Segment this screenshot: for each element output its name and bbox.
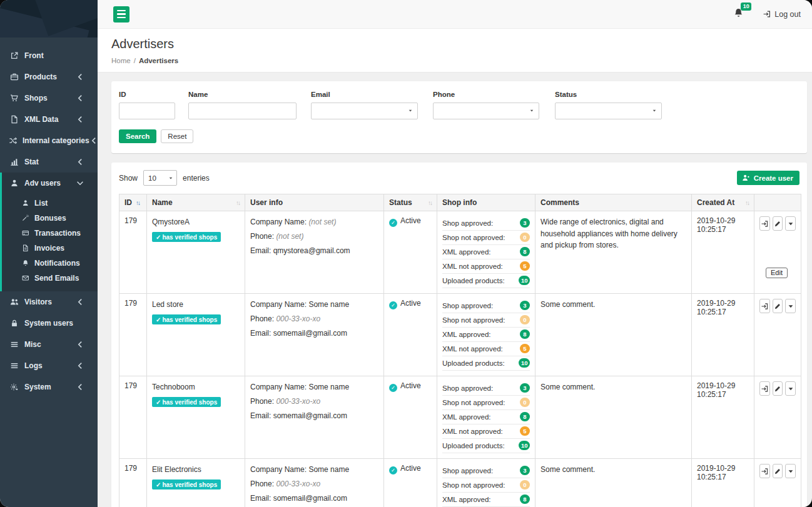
page-header: Advertisers Home / Advertisers — [98, 29, 812, 73]
cell-created-at: 2019-10-29 10:25:17 — [692, 294, 754, 376]
logout-button[interactable]: Log out — [763, 10, 801, 19]
impersonate-button[interactable] — [759, 381, 770, 396]
cell-comments: Some comment. — [535, 459, 692, 507]
cell-user-info: Company Name: Some namePhone: 000-33-xo-… — [245, 294, 384, 376]
filter-phone-select[interactable] — [433, 103, 539, 119]
caret-down-icon — [168, 176, 173, 181]
shop-info-line: Shop approved:3 — [442, 216, 530, 231]
sidebar-subitem-bonuses[interactable]: Bonuses — [2, 211, 98, 226]
count-badge: 3 — [520, 383, 530, 393]
sidebar-item-xml-data[interactable]: XML Data — [0, 109, 98, 130]
col-header-status[interactable]: Status↑↓ — [384, 194, 437, 211]
shop-info-line: Shop approved:3 — [442, 381, 530, 396]
bar-chart-icon — [9, 157, 19, 167]
count-badge: 10 — [519, 358, 530, 368]
filter-name-input[interactable] — [188, 103, 297, 119]
sidebar-item-system[interactable]: System — [0, 376, 98, 398]
sidebar-item-products[interactable]: Products — [0, 66, 98, 88]
sidebar-subitem-send-emails[interactable]: Send Emails — [2, 271, 98, 286]
shop-info-line: XML not approved:5 — [442, 259, 530, 274]
filter-fields: IDNameEmailPhoneStatus — [119, 91, 799, 119]
sidebar-subitem-transactions[interactable]: Transactions — [2, 226, 98, 241]
impersonate-button[interactable] — [759, 299, 770, 313]
col-header-id[interactable]: ID↑↓ — [119, 194, 147, 211]
sidebar-item-system-users[interactable]: System users — [0, 313, 98, 334]
edit-button[interactable] — [773, 299, 783, 313]
filter-label-phone: Phone — [433, 91, 539, 98]
sidebar-item-internal-categories[interactable]: Internal categories — [0, 130, 98, 151]
verified-badge: ✓has verified shops — [152, 232, 221, 242]
count-badge: 5 — [520, 344, 530, 353]
sidebar-item-front[interactable]: Front — [0, 45, 98, 66]
filter-email-select[interactable] — [311, 103, 418, 119]
sidebar-toggle-button[interactable] — [113, 6, 129, 23]
shop-info-line: XML approved:8 — [442, 245, 530, 259]
filter-id-input[interactable] — [119, 103, 175, 119]
col-header-created-at[interactable]: Created At↑↓ — [692, 194, 754, 211]
shop-info-line: Shop not approved:0 — [442, 231, 530, 245]
cell-status: ✓Active — [384, 294, 437, 376]
more-actions-button[interactable] — [785, 381, 796, 396]
cell-shop-info: Shop approved:3Shop not approved:0XML ap… — [437, 376, 535, 459]
logout-icon — [763, 10, 771, 18]
sidebar-item-logs[interactable]: Logs — [0, 355, 98, 376]
check-icon: ✓ — [156, 481, 161, 488]
sidebar-item-label: Misc — [24, 340, 74, 349]
bell-icon — [21, 259, 30, 268]
edit-button[interactable] — [773, 216, 783, 231]
entries-label: enteries — [183, 174, 210, 183]
more-actions-button[interactable] — [785, 464, 796, 478]
shop-info-line: XML approved:8 — [442, 410, 530, 424]
search-button[interactable]: Search — [119, 129, 156, 143]
advertiser-name: Technoboom — [152, 383, 240, 391]
create-user-button[interactable]: Create user — [737, 171, 799, 185]
logo — [0, 0, 98, 38]
col-header-name[interactable]: Name↑↓ — [147, 194, 245, 211]
more-actions-button[interactable] — [785, 216, 796, 231]
breadcrumb-current: Advertisers — [139, 57, 178, 64]
breadcrumb-home-link[interactable]: Home — [111, 57, 131, 64]
page-size-select[interactable]: 10 — [143, 170, 177, 186]
count-badge: 0 — [520, 398, 530, 407]
chevron-down-icon — [74, 178, 85, 188]
check-icon: ✓ — [156, 234, 161, 241]
active-nav-block: Adv usersListBonusesTransactionsInvoices… — [0, 173, 98, 291]
cell-name: Elit Electronics✓has verified shops — [147, 459, 245, 507]
sort-icon: ↑↓ — [428, 199, 432, 206]
sidebar-item-adv-users[interactable]: Adv users — [2, 173, 98, 194]
count-badge: 3 — [520, 466, 530, 475]
count-badge: 3 — [520, 218, 530, 228]
sidebar-item-shops[interactable]: Shops — [0, 88, 98, 109]
impersonate-button[interactable] — [759, 464, 770, 478]
check-circle-icon: ✓ — [389, 384, 397, 392]
chevron-left-icon — [74, 93, 85, 103]
file-text-icon — [21, 244, 30, 253]
col-header-shop-info: Shop info — [437, 194, 535, 211]
sidebar-subitem-invoices[interactable]: Invoices — [2, 241, 98, 256]
more-actions-button[interactable] — [785, 299, 796, 313]
cell-comments: Wide range of electronics, digital and h… — [535, 211, 692, 294]
cart-icon — [9, 93, 19, 103]
edit-button[interactable] — [773, 464, 783, 478]
sidebar-subitem-list[interactable]: List — [2, 196, 98, 211]
filter-status-select[interactable] — [555, 103, 662, 119]
briefcase-icon — [9, 72, 19, 82]
count-badge: 5 — [520, 426, 530, 436]
table-body: 179QmystoreA✓has verified shopsCompany N… — [119, 211, 801, 507]
edit-tooltip: Edit — [766, 268, 788, 278]
table-row: 179QmystoreA✓has verified shopsCompany N… — [119, 211, 801, 294]
sidebar-item-misc[interactable]: Misc — [0, 334, 98, 355]
count-badge: 5 — [520, 261, 530, 271]
sidebar-item-visitors[interactable]: Visitors — [0, 291, 98, 313]
notifications-bell-button[interactable]: 10 — [733, 8, 744, 21]
shop-info-line: Uploaded products:10 — [442, 439, 530, 453]
sidebar-subitem-notifications[interactable]: Notifications — [2, 256, 98, 271]
count-badge: 8 — [520, 247, 530, 256]
reset-button[interactable]: Reset — [161, 129, 193, 143]
edit-button[interactable] — [773, 381, 783, 396]
impersonate-button[interactable] — [759, 216, 770, 231]
list-icon — [9, 339, 19, 349]
status-badge: Active — [400, 464, 421, 473]
cell-shop-info: Shop approved:3Shop not approved:0XML ap… — [437, 294, 535, 376]
sidebar-item-stat[interactable]: Stat — [0, 151, 98, 173]
